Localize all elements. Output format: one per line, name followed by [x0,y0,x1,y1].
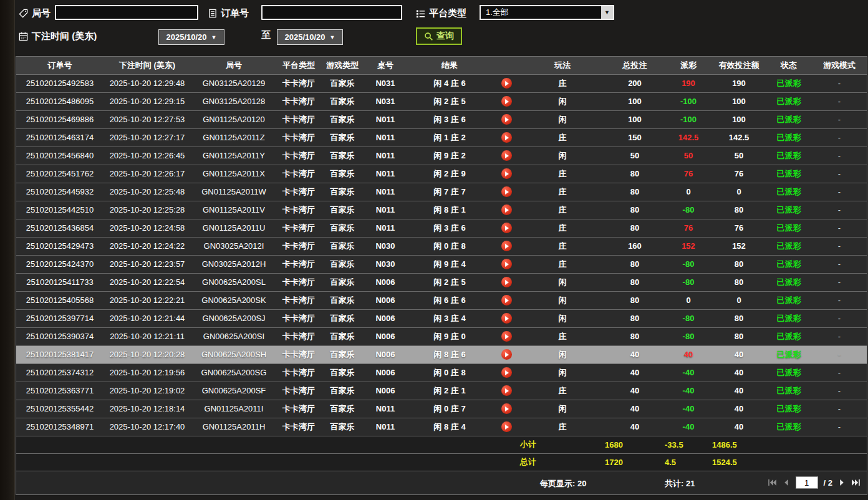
replay-icon[interactable] [501,114,512,125]
cell-platform-type: 卡卡湾厅 [277,345,321,363]
table-row[interactable]: 2510201254698862025-10-20 12:27:53GN0112… [16,110,867,128]
replay-icon[interactable] [501,204,512,215]
table-row[interactable]: 2510201253489712025-10-20 12:17:40GN0112… [16,418,867,436]
table-row[interactable]: 2510201254368542025-10-20 12:24:58GN0112… [16,219,867,237]
date-from-picker[interactable]: 2025/10/20 ▼ [158,29,224,45]
table-row[interactable]: 2510201253977142025-10-20 12:21:44GN0062… [16,309,867,327]
cell-total-bet: 200 [605,74,665,92]
play-triangle [505,135,509,140]
last-page-button[interactable] [851,479,861,486]
cell-bet-time: 2025-10-20 12:22:21 [104,291,191,309]
cell-game-mode: - [812,219,867,237]
replay-icon[interactable] [501,223,512,233]
replay-icon[interactable] [501,313,512,324]
cell-round-no: GN03125A20128 [191,92,277,110]
table-row[interactable]: 2510201254055682025-10-20 12:22:21GN0062… [16,291,867,309]
replay-icon[interactable] [501,331,512,342]
table-header-row: 订单号下注时间 (美东)局号平台类型游戏类型桌号结果玩法总投注派彩有效投注额状态… [16,57,867,74]
replay-icon[interactable] [501,367,512,378]
cell-replay [493,309,520,327]
query-button[interactable]: 查询 [416,27,462,45]
first-page-button[interactable] [768,479,777,486]
cell-game-mode: - [812,92,867,110]
chevron-down-icon: ▼ [601,6,613,19]
cell-round-no: GN03025A2012H [191,255,277,273]
cell-platform-type: 卡卡湾厅 [277,128,321,147]
replay-icon[interactable] [501,78,512,89]
cell-platform-type: 卡卡湾厅 [277,418,321,436]
replay-icon[interactable] [501,241,512,251]
replay-icon[interactable] [501,132,512,143]
cell-order-id: 251020125381417 [16,345,104,363]
cell-valid-bet: 76 [712,219,766,237]
cell-payout: -80 [665,201,712,219]
cell-result: 闲 8 庄 1 [407,201,493,219]
play-triangle [505,208,509,213]
table-row[interactable]: 2510201253814172025-10-20 12:20:28GN0062… [16,345,867,363]
next-page-button[interactable] [838,479,846,486]
replay-icon[interactable] [501,295,512,305]
replay-icon[interactable] [501,96,512,107]
replay-icon[interactable] [501,277,512,287]
play-triangle [505,298,509,303]
cell-bet-time: 2025-10-20 12:24:58 [104,219,191,237]
cell-play-type: 闲 [520,345,605,363]
table-row[interactable]: 2510201254425102025-10-20 12:25:28GN0112… [16,201,867,219]
table-body: 2510201254925832025-10-20 12:29:48GN0312… [16,74,867,436]
cell-play-type: 庄 [520,128,605,147]
table-row[interactable]: 2510201253903742025-10-20 12:21:11GN0062… [16,327,867,345]
order-input[interactable] [261,5,402,20]
cell-play-type: 庄 [520,219,605,237]
table-row[interactable]: 2510201253554422025-10-20 12:18:14GN0112… [16,400,867,418]
table-row[interactable]: 2510201253743122025-10-20 12:19:56GN0062… [16,363,867,382]
subtotal-payout: -33.5 [665,436,712,453]
cell-game-mode: - [812,327,867,345]
cell-play-type: 庄 [520,255,605,273]
replay-icon[interactable] [501,150,512,161]
cell-game-mode: - [812,345,867,363]
replay-icon[interactable] [501,168,512,179]
cell-total-bet: 80 [605,219,665,237]
cell-game-mode: - [812,183,867,201]
table-row[interactable]: 2510201254860952025-10-20 12:29:15GN0312… [16,92,867,110]
replay-icon[interactable] [501,186,512,197]
table-row[interactable]: 2510201254568402025-10-20 12:26:45GN0112… [16,147,867,165]
replay-icon[interactable] [501,259,512,269]
cell-status: 已派彩 [766,201,812,219]
cell-result: 闲 9 庄 0 [407,327,493,345]
table-row[interactable]: 2510201253637712025-10-20 12:19:02GN0062… [16,382,867,400]
replay-icon[interactable] [501,385,512,396]
cell-total-bet: 100 [605,92,665,110]
table-row[interactable]: 2510201254517622025-10-20 12:26:17GN0112… [16,165,867,183]
cell-result: 闲 6 庄 6 [407,291,493,309]
table-row[interactable]: 2510201254243702025-10-20 12:23:57GN0302… [16,255,867,273]
platform-select[interactable]: 1.全部 ▼ [480,5,614,20]
cell-total-bet: 80 [605,201,665,219]
cell-replay [493,345,520,363]
table-row[interactable]: 2510201254631742025-10-20 12:27:17GN0112… [16,128,867,147]
table-row[interactable]: 2510201254925832025-10-20 12:29:48GN0312… [16,74,867,92]
prev-page-button[interactable] [783,479,790,486]
play-triangle [505,226,509,231]
cell-replay [493,219,520,237]
date-to-picker[interactable]: 2025/10/20 ▼ [277,29,343,45]
replay-icon[interactable] [501,403,512,414]
cell-table-no: N006 [364,363,407,382]
cell-total-bet: 40 [605,345,665,363]
cell-table-no: N030 [364,255,407,273]
page-number-input[interactable] [796,476,818,489]
replay-icon[interactable] [501,349,512,360]
document-icon [208,9,217,18]
table-row[interactable]: 2510201254294732025-10-20 12:24:22GN0302… [16,237,867,255]
replay-icon[interactable] [501,421,512,432]
table-row[interactable]: 2510201254459322025-10-20 12:25:48GN0112… [16,183,867,201]
cell-replay [493,92,520,110]
cell-valid-bet: 40 [712,382,766,400]
table-row[interactable]: 2510201254117332025-10-20 12:22:54GN0062… [16,273,867,291]
cell-game-mode: - [812,165,867,183]
cell-result: 闲 8 庄 6 [407,345,493,363]
cell-bet-time: 2025-10-20 12:19:56 [104,363,191,382]
cell-game-type: 百家乐 [321,110,364,128]
play-triangle [505,334,509,339]
round-input[interactable] [55,5,198,20]
